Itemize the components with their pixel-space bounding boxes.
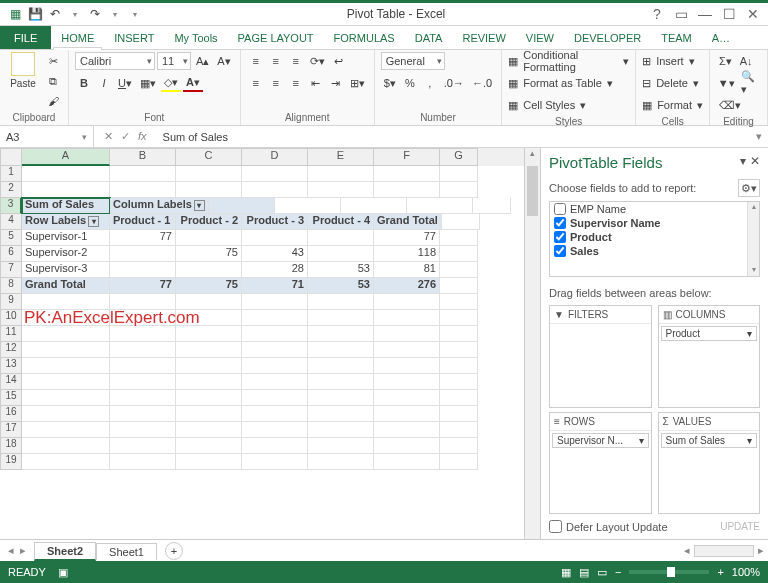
- cell-a3[interactable]: Sum of Sales: [22, 198, 110, 214]
- inc-decimal-button[interactable]: .0→: [441, 74, 467, 92]
- rows-item-supervisor[interactable]: Supervisor N...▾: [552, 433, 649, 448]
- row-header[interactable]: 12: [0, 342, 22, 358]
- rows-area[interactable]: ≡ROWS Supervisor N...▾: [549, 412, 652, 515]
- tab-view[interactable]: VIEW: [516, 26, 564, 49]
- field-supervisor-name[interactable]: Supervisor Name: [550, 216, 759, 230]
- pane-settings-button[interactable]: ⚙▾: [738, 179, 760, 197]
- row-header[interactable]: 11: [0, 326, 22, 342]
- cancel-formula-icon[interactable]: ✕: [104, 130, 113, 143]
- row-header[interactable]: 8: [0, 278, 22, 294]
- redo-button[interactable]: ↷: [86, 5, 104, 23]
- cell-a7[interactable]: Supervisor-3: [22, 262, 110, 278]
- cell-d7[interactable]: 28: [242, 262, 308, 278]
- tab-data[interactable]: DATA: [405, 26, 453, 49]
- sort-button[interactable]: A↓: [737, 52, 756, 70]
- delete-cells-button[interactable]: Delete: [653, 74, 691, 92]
- field-list[interactable]: EMP Name Supervisor Name Product Sales ▴…: [549, 201, 760, 277]
- cell-b3[interactable]: Column Labels▾: [110, 198, 209, 214]
- cell-a5[interactable]: Supervisor-1: [22, 230, 110, 246]
- find-button[interactable]: 🔍▾: [738, 74, 761, 92]
- expand-formula-icon[interactable]: ▾: [750, 130, 768, 143]
- indent-inc-button[interactable]: ⇥: [327, 74, 345, 92]
- font-name-combo[interactable]: Calibri: [75, 52, 155, 70]
- minimize-button[interactable]: —: [696, 6, 714, 22]
- view-pagelayout-icon[interactable]: ▤: [579, 566, 589, 579]
- tab-developer[interactable]: DEVELOPER: [564, 26, 651, 49]
- name-box[interactable]: A3▾: [0, 126, 94, 147]
- align-bottom-button[interactable]: ≡: [287, 52, 305, 70]
- ribbon-options-button[interactable]: ▭: [672, 6, 690, 22]
- cell-a4[interactable]: Row Labels▾: [22, 214, 110, 230]
- row-header[interactable]: 18: [0, 438, 22, 454]
- cell-d4[interactable]: Product - 3: [242, 214, 308, 230]
- view-normal-icon[interactable]: ▦: [561, 566, 571, 579]
- col-header-g[interactable]: G: [440, 148, 478, 166]
- values-item-sales[interactable]: Sum of Sales▾: [661, 433, 758, 448]
- row-header[interactable]: 6: [0, 246, 22, 262]
- fx-icon[interactable]: fx: [138, 130, 147, 143]
- tab-pagelayout[interactable]: PAGE LAYOUT: [228, 26, 324, 49]
- values-area[interactable]: ΣVALUES Sum of Sales▾: [658, 412, 761, 515]
- comma-button[interactable]: ,: [421, 74, 439, 92]
- tab-insert[interactable]: INSERT: [104, 26, 164, 49]
- font-size-combo[interactable]: 11: [157, 52, 191, 70]
- undo-more-icon[interactable]: ▾: [66, 5, 84, 23]
- close-button[interactable]: ✕: [744, 6, 762, 22]
- tab-review[interactable]: REVIEW: [452, 26, 515, 49]
- field-product[interactable]: Product: [550, 230, 759, 244]
- cell-c8[interactable]: 75: [176, 278, 242, 294]
- add-sheet-button[interactable]: +: [165, 542, 183, 560]
- select-all-corner[interactable]: [0, 148, 22, 166]
- tab-formulas[interactable]: FORMULAS: [324, 26, 405, 49]
- save-button[interactable]: 💾: [26, 5, 44, 23]
- col-header-c[interactable]: C: [176, 148, 242, 166]
- cell-f5[interactable]: 77: [374, 230, 440, 246]
- row-header[interactable]: 10: [0, 310, 22, 326]
- filters-area[interactable]: ▼FILTERS: [549, 305, 652, 408]
- cell-f6[interactable]: 118: [374, 246, 440, 262]
- cell-c4[interactable]: Product - 2: [176, 214, 242, 230]
- align-middle-button[interactable]: ≡: [267, 52, 285, 70]
- row-header[interactable]: 2: [0, 182, 22, 198]
- cell-f4[interactable]: Grand Total: [374, 214, 442, 230]
- orientation-button[interactable]: ⟳▾: [307, 52, 328, 70]
- hscroll-left-icon[interactable]: ◂: [684, 544, 690, 557]
- tab-team[interactable]: TEAM: [651, 26, 702, 49]
- zoom-level[interactable]: 100%: [732, 566, 760, 578]
- row-header[interactable]: 9: [0, 294, 22, 310]
- fill-color-button[interactable]: ◇▾: [161, 74, 181, 92]
- currency-button[interactable]: $▾: [381, 74, 399, 92]
- bold-button[interactable]: B: [75, 74, 93, 92]
- zoom-out-icon[interactable]: −: [615, 566, 621, 578]
- autosum-button[interactable]: Σ▾: [716, 52, 735, 70]
- filter-dropdown-icon[interactable]: ▾: [194, 200, 205, 211]
- row-header[interactable]: 15: [0, 390, 22, 406]
- cell-f8[interactable]: 276: [374, 278, 440, 294]
- defer-update-checkbox[interactable]: [549, 520, 562, 533]
- cell-c6[interactable]: 75: [176, 246, 242, 262]
- col-header-e[interactable]: E: [308, 148, 374, 166]
- row-header[interactable]: 13: [0, 358, 22, 374]
- accept-formula-icon[interactable]: ✓: [121, 130, 130, 143]
- pane-close-icon[interactable]: ✕: [750, 154, 760, 168]
- grow-font-button[interactable]: A▴: [193, 52, 212, 70]
- format-as-table-button[interactable]: Format as Table: [520, 74, 605, 92]
- cell-a8[interactable]: Grand Total: [22, 278, 110, 294]
- sheet-tab-sheet1[interactable]: Sheet1: [96, 543, 157, 560]
- row-header[interactable]: 7: [0, 262, 22, 278]
- redo-more-icon[interactable]: ▾: [106, 5, 124, 23]
- columns-area[interactable]: ▥COLUMNS Product▾: [658, 305, 761, 408]
- tab-file[interactable]: FILE: [0, 26, 51, 49]
- columns-item-product[interactable]: Product▾: [661, 326, 758, 341]
- cell-b4[interactable]: Product - 1: [110, 214, 176, 230]
- sheet-nav-next-icon[interactable]: ▸: [20, 544, 26, 557]
- zoom-in-icon[interactable]: +: [717, 566, 723, 578]
- row-header[interactable]: 16: [0, 406, 22, 422]
- formula-input[interactable]: Sum of Sales: [157, 131, 750, 143]
- wrap-text-button[interactable]: ↩: [330, 52, 348, 70]
- insert-cells-button[interactable]: Insert: [653, 52, 687, 70]
- format-painter-button[interactable]: 🖌: [44, 92, 62, 110]
- col-header-b[interactable]: B: [110, 148, 176, 166]
- vertical-scrollbar[interactable]: ▴: [524, 148, 540, 539]
- tab-more[interactable]: A…: [702, 26, 740, 49]
